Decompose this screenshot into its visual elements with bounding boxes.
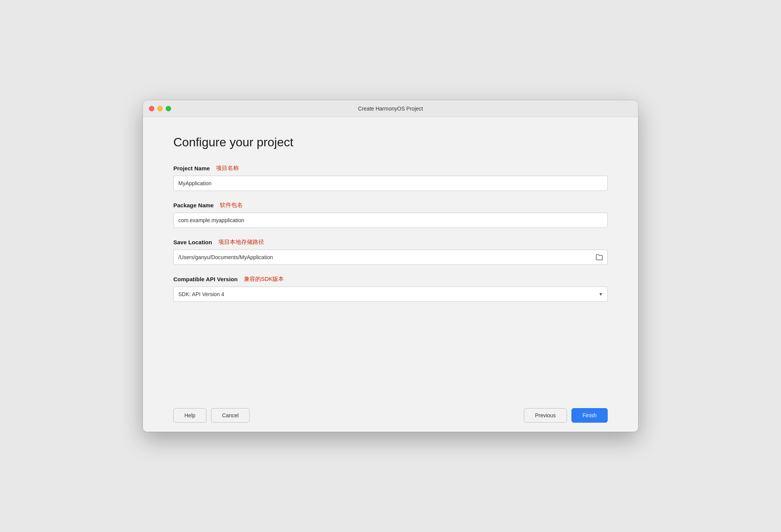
- api-version-select-wrapper: SDK: API Version 4 SDK: API Version 3 SD…: [173, 287, 608, 302]
- project-name-group: Project Name 项目名称: [173, 165, 608, 191]
- folder-icon: [595, 254, 603, 261]
- api-version-label-cn: 兼容的SDK版本: [244, 276, 284, 283]
- traffic-lights: [149, 106, 171, 111]
- footer-left-buttons: Help Cancel: [173, 408, 250, 423]
- browse-folder-button[interactable]: [591, 250, 608, 265]
- api-version-select[interactable]: SDK: API Version 4 SDK: API Version 3 SD…: [173, 287, 608, 302]
- main-content: Configure your project Project Name 项目名称…: [143, 117, 638, 401]
- package-name-input[interactable]: [173, 213, 608, 228]
- package-name-group: Package Name 软件包名: [173, 202, 608, 228]
- project-name-input[interactable]: [173, 176, 608, 191]
- save-location-input[interactable]: [173, 250, 608, 265]
- cancel-button[interactable]: Cancel: [211, 408, 250, 423]
- save-location-label-row: Save Location 项目本地存储路径: [173, 239, 608, 246]
- minimize-button[interactable]: [157, 106, 163, 111]
- save-location-label: Save Location: [173, 239, 212, 245]
- help-button[interactable]: Help: [173, 408, 206, 423]
- project-name-label-cn: 项目名称: [216, 165, 239, 172]
- window-title: Create HarmonyOS Project: [358, 106, 423, 112]
- save-location-input-wrapper: [173, 250, 608, 265]
- finish-button[interactable]: Finish: [571, 408, 608, 423]
- package-name-label: Package Name: [173, 202, 214, 208]
- api-version-label: Compatible API Version: [173, 276, 238, 282]
- footer: Help Cancel Previous Finish: [143, 401, 638, 432]
- previous-button[interactable]: Previous: [524, 408, 567, 423]
- api-version-group: Compatible API Version 兼容的SDK版本 SDK: API…: [173, 276, 608, 302]
- save-location-label-cn: 项目本地存储路径: [218, 239, 264, 246]
- project-name-label: Project Name: [173, 165, 210, 171]
- app-window: Create HarmonyOS Project Configure your …: [143, 100, 638, 432]
- save-location-group: Save Location 项目本地存储路径: [173, 239, 608, 265]
- close-button[interactable]: [149, 106, 154, 111]
- package-name-label-cn: 软件包名: [220, 202, 243, 209]
- api-version-label-row: Compatible API Version 兼容的SDK版本: [173, 276, 608, 283]
- package-name-label-row: Package Name 软件包名: [173, 202, 608, 209]
- page-title: Configure your project: [173, 135, 608, 149]
- maximize-button[interactable]: [166, 106, 171, 111]
- title-bar: Create HarmonyOS Project: [143, 100, 638, 117]
- footer-right-buttons: Previous Finish: [524, 408, 608, 423]
- project-name-label-row: Project Name 项目名称: [173, 165, 608, 172]
